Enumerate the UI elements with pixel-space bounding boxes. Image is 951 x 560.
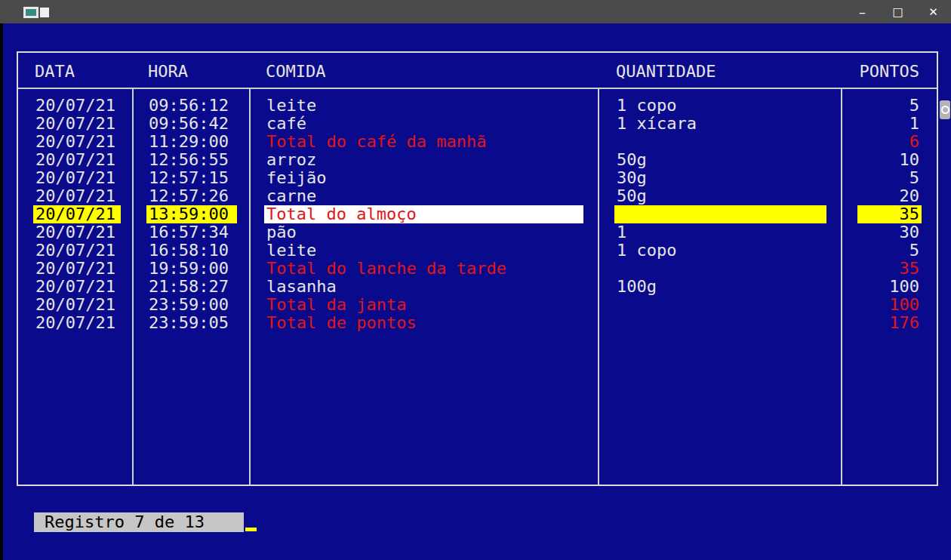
table-header-row: DATA HORA COMIDA QUANTIDADE PONTOS bbox=[18, 63, 937, 81]
table-row[interactable]: 20/07/21 19:59:00 Total do lanche da tar… bbox=[18, 260, 937, 278]
cell-points: 176 bbox=[857, 314, 922, 332]
cell-points: 10 bbox=[857, 151, 922, 169]
cell-date: 20/07/21 bbox=[33, 115, 121, 133]
table-row[interactable]: 20/07/21 12:56:55 arroz 50g 10 bbox=[18, 151, 937, 169]
table-rows: 20/07/21 09:56:12 leite 1 copo 5 20/07/2… bbox=[18, 97, 937, 332]
cell-points: 30 bbox=[857, 223, 922, 242]
table-row[interactable]: 20/07/21 09:56:12 leite 1 copo 5 bbox=[18, 97, 937, 115]
cell-points: 35 bbox=[857, 205, 922, 223]
scrollbar-thumb-glyph bbox=[941, 106, 949, 114]
cell-quantity: 1 bbox=[614, 223, 826, 242]
cell-date: 20/07/21 bbox=[33, 169, 121, 187]
table-row[interactable]: 20/07/21 12:57:26 carne 50g 20 bbox=[18, 187, 937, 205]
column-header-comida: COMIDA bbox=[266, 63, 325, 81]
console-app-icon bbox=[23, 7, 51, 19]
cell-quantity: 1 xícara bbox=[614, 115, 826, 133]
cell-time: 11:29:00 bbox=[146, 133, 237, 151]
console-app-icon-page bbox=[40, 8, 49, 17]
cell-food: Total do café da manhã bbox=[264, 133, 583, 151]
table-row[interactable]: 20/07/21 12:57:15 feijão 30g 5 bbox=[18, 169, 937, 187]
cell-points: 100 bbox=[857, 296, 922, 314]
cell-quantity bbox=[614, 260, 826, 278]
cell-time: 19:59:00 bbox=[146, 260, 237, 278]
column-header-quantidade: QUANTIDADE bbox=[616, 63, 716, 81]
cell-date: 20/07/21 bbox=[33, 205, 121, 223]
cell-time: 12:57:15 bbox=[146, 169, 237, 187]
table-row[interactable]: 20/07/21 23:59:05 Total de pontos 176 bbox=[18, 314, 937, 332]
minimize-button[interactable]: – bbox=[845, 0, 880, 23]
cell-quantity: 1 copo bbox=[614, 242, 826, 260]
cell-points: 5 bbox=[857, 97, 922, 115]
console-left-edge bbox=[0, 23, 3, 560]
cell-quantity: 50g bbox=[614, 151, 826, 169]
cell-date: 20/07/21 bbox=[33, 187, 121, 205]
cell-food: Total de pontos bbox=[264, 314, 583, 332]
cell-food: leite bbox=[264, 242, 583, 260]
cell-points: 100 bbox=[857, 278, 922, 296]
table-row[interactable]: 20/07/21 21:58:27 lasanha 100g 100 bbox=[18, 278, 937, 296]
cell-quantity: 50g bbox=[614, 187, 826, 205]
cell-quantity: 1 copo bbox=[614, 97, 826, 115]
column-header-pontos: PONTOS bbox=[860, 63, 919, 81]
maximize-button[interactable]: □ bbox=[880, 0, 916, 23]
cell-quantity bbox=[614, 314, 826, 332]
table-row[interactable]: 20/07/21 13:59:00 Total do almoço 35 bbox=[18, 205, 937, 223]
cell-food: feijão bbox=[264, 169, 583, 187]
table-row[interactable]: 20/07/21 09:56:42 café 1 xícara 1 bbox=[18, 115, 937, 133]
cell-time: 16:58:10 bbox=[146, 242, 237, 260]
table-row[interactable]: 20/07/21 11:29:00 Total do café da manhã… bbox=[18, 133, 937, 151]
close-button[interactable]: ✕ bbox=[916, 0, 951, 23]
cell-food: Total do lanche da tarde bbox=[264, 260, 583, 278]
cell-points: 5 bbox=[857, 242, 922, 260]
cell-food: arroz bbox=[264, 151, 583, 169]
cell-date: 20/07/21 bbox=[33, 133, 121, 151]
cell-food: leite bbox=[264, 97, 583, 115]
window-controls: – □ ✕ bbox=[845, 0, 951, 23]
cell-points: 1 bbox=[857, 115, 922, 133]
cell-time: 09:56:42 bbox=[146, 115, 237, 133]
cell-food: Total da janta bbox=[264, 296, 583, 314]
cell-date: 20/07/21 bbox=[33, 242, 121, 260]
cell-quantity: 100g bbox=[614, 278, 826, 296]
cell-time: 23:59:00 bbox=[146, 296, 237, 314]
cell-food: carne bbox=[264, 187, 583, 205]
records-table: DATA HORA COMIDA QUANTIDADE PONTOS 20/07… bbox=[17, 51, 938, 486]
scrollbar-thumb[interactable] bbox=[940, 100, 950, 119]
cell-points: 35 bbox=[857, 260, 922, 278]
titlebar: – □ ✕ bbox=[0, 0, 951, 23]
cell-quantity: 30g bbox=[614, 169, 826, 187]
cell-date: 20/07/21 bbox=[33, 296, 121, 314]
cell-quantity bbox=[614, 133, 826, 151]
cell-time: 13:59:00 bbox=[146, 205, 237, 223]
cell-time: 21:58:27 bbox=[146, 278, 237, 296]
table-row[interactable]: 20/07/21 16:57:34 pão 1 30 bbox=[18, 223, 937, 242]
record-counter-status: Registro 7 de 13 bbox=[34, 512, 244, 532]
column-header-hora: HORA bbox=[148, 63, 188, 81]
cell-food: lasanha bbox=[264, 278, 583, 296]
cell-quantity bbox=[614, 205, 826, 223]
table-row[interactable]: 20/07/21 16:58:10 leite 1 copo 5 bbox=[18, 242, 937, 260]
cell-points: 6 bbox=[857, 133, 922, 151]
cell-points: 20 bbox=[857, 187, 922, 205]
console-screen: DATA HORA COMIDA QUANTIDADE PONTOS 20/07… bbox=[0, 23, 951, 560]
header-separator bbox=[18, 88, 937, 89]
cell-quantity bbox=[614, 296, 826, 314]
column-header-data: DATA bbox=[35, 63, 75, 81]
cell-date: 20/07/21 bbox=[33, 223, 121, 242]
console-app-icon-window bbox=[23, 7, 38, 18]
cell-time: 12:57:26 bbox=[146, 187, 237, 205]
cell-date: 20/07/21 bbox=[33, 278, 121, 296]
cell-food: Total do almoço bbox=[264, 205, 583, 223]
cell-date: 20/07/21 bbox=[33, 314, 121, 332]
cell-food: café bbox=[264, 115, 583, 133]
cell-date: 20/07/21 bbox=[33, 151, 121, 169]
table-row[interactable]: 20/07/21 23:59:00 Total da janta 100 bbox=[18, 296, 937, 314]
cell-points: 5 bbox=[857, 169, 922, 187]
cell-date: 20/07/21 bbox=[33, 97, 121, 115]
cell-time: 09:56:12 bbox=[146, 97, 237, 115]
cell-time: 16:57:34 bbox=[146, 223, 237, 242]
cell-time: 23:59:05 bbox=[146, 314, 237, 332]
cell-food: pão bbox=[264, 223, 583, 242]
cell-time: 12:56:55 bbox=[146, 151, 237, 169]
text-cursor bbox=[245, 528, 257, 531]
